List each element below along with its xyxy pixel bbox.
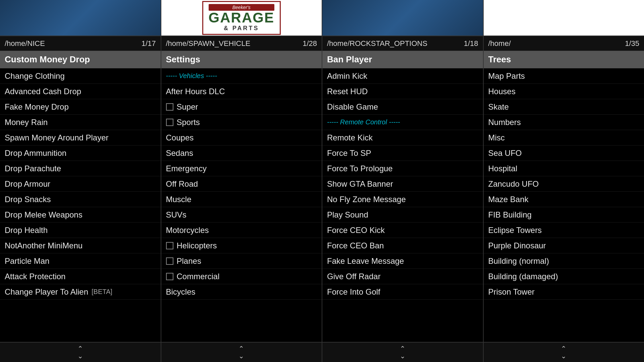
list-item[interactable]: Houses: [484, 84, 644, 99]
list-item[interactable]: No Fly Zone Message: [322, 192, 483, 207]
list-item[interactable]: ----- Remote Control -----: [322, 115, 483, 130]
list-item[interactable]: Drop Health: [0, 223, 161, 238]
list-item[interactable]: Drop Ammunition: [0, 145, 161, 161]
checkbox-icon[interactable]: [166, 103, 173, 111]
list-item[interactable]: Purple Dinosaur: [484, 238, 644, 253]
list-item[interactable]: Play Sound: [322, 207, 483, 223]
arrow-up-1[interactable]: ⌃: [77, 345, 83, 352]
menu-item-label: Houses: [488, 87, 516, 96]
list-item[interactable]: Numbers: [484, 115, 644, 130]
beta-badge: [BETA]: [92, 288, 112, 296]
list-item[interactable]: Muscle: [161, 192, 322, 207]
list-item[interactable]: Change Player To Alien[BETA]: [0, 284, 161, 300]
arrow-up-3[interactable]: ⌃: [400, 345, 406, 352]
list-item[interactable]: Show GTA Banner: [322, 176, 483, 192]
list-item[interactable]: Motorcycles: [161, 223, 322, 238]
nav-cell-1[interactable]: ⌃ ⌄: [0, 343, 161, 362]
list-item[interactable]: Advanced Cash Drop: [0, 84, 161, 99]
list-item[interactable]: Force CEO Kick: [322, 223, 483, 238]
list-item[interactable]: Fake Leave Message: [322, 253, 483, 269]
nav-cell-2[interactable]: ⌃ ⌄: [161, 343, 323, 362]
list-item[interactable]: Emergency: [161, 161, 322, 176]
list-item[interactable]: Helicopters: [161, 238, 322, 253]
nav-arrows-1[interactable]: ⌃ ⌄: [77, 345, 83, 359]
list-item[interactable]: Fake Money Drop: [0, 99, 161, 115]
list-item[interactable]: Misc: [484, 130, 644, 145]
nav-cell-3[interactable]: ⌃ ⌄: [322, 343, 484, 362]
list-item[interactable]: Reset HUD: [322, 84, 483, 99]
arrow-down-4[interactable]: ⌄: [561, 353, 567, 359]
list-item[interactable]: Hospital: [484, 161, 644, 176]
menu-item-label: Bicycles: [166, 287, 196, 297]
arrow-up-4[interactable]: ⌃: [561, 345, 567, 352]
list-item[interactable]: FIB Building: [484, 207, 644, 223]
checkbox-icon[interactable]: [166, 119, 173, 126]
list-item[interactable]: Attack Protection: [0, 269, 161, 284]
checkbox-icon[interactable]: [166, 273, 173, 280]
list-item[interactable]: Zancudo UFO: [484, 176, 644, 192]
list-item[interactable]: Building (normal): [484, 253, 644, 269]
menu-item-label: Maze Bank: [488, 195, 529, 204]
list-item[interactable]: Eclipse Towers: [484, 223, 644, 238]
list-item[interactable]: Spawn Money Around Player: [0, 130, 161, 145]
list-item[interactable]: Commercial: [161, 269, 322, 284]
list-item[interactable]: Drop Parachute: [0, 161, 161, 176]
list-item[interactable]: Building (damaged): [484, 269, 644, 284]
nav-cell-4[interactable]: ⌃ ⌄: [484, 343, 644, 362]
list-item[interactable]: Super: [161, 99, 322, 115]
list-item[interactable]: Skate: [484, 99, 644, 115]
arrow-down-3[interactable]: ⌄: [400, 353, 406, 359]
menu-items-4: Map PartsHousesSkateNumbersMiscSea UFOHo…: [484, 68, 644, 342]
menu-item-label: Coupes: [166, 133, 194, 142]
menu-item-label: Change Player To Alien: [5, 287, 88, 297]
list-item[interactable]: Drop Melee Weapons: [0, 207, 161, 223]
arrow-down-1[interactable]: ⌄: [77, 353, 83, 359]
list-item[interactable]: SUVs: [161, 207, 322, 223]
list-item[interactable]: Drop Armour: [0, 176, 161, 192]
list-item[interactable]: Disable Game: [322, 99, 483, 115]
path-text-4: /home/: [488, 39, 511, 48]
list-item[interactable]: Maze Bank: [484, 192, 644, 207]
list-item[interactable]: After Hours DLC: [161, 84, 322, 99]
path-bar-1: /home/NICE 1/17: [0, 36, 161, 51]
list-item[interactable]: Prison Tower: [484, 284, 644, 300]
list-item[interactable]: Admin Kick: [322, 68, 483, 84]
selected-row-2[interactable]: Settings: [161, 51, 322, 68]
list-item[interactable]: Sea UFO: [484, 145, 644, 161]
arrow-up-2[interactable]: ⌃: [238, 345, 244, 352]
checkbox-icon[interactable]: [166, 242, 173, 249]
list-item[interactable]: Force To SP: [322, 145, 483, 161]
list-item[interactable]: Force CEO Ban: [322, 238, 483, 253]
menu-item-label: FIB Building: [488, 210, 532, 220]
list-item[interactable]: ----- Vehicles -----: [161, 68, 322, 84]
list-item[interactable]: Planes: [161, 253, 322, 269]
menu-item-label: Reset HUD: [327, 87, 368, 96]
nav-arrows-4[interactable]: ⌃ ⌄: [561, 345, 567, 359]
list-item[interactable]: Change Clothing: [0, 68, 161, 84]
list-item[interactable]: Off Road: [161, 176, 322, 192]
list-item[interactable]: Map Parts: [484, 68, 644, 84]
list-item[interactable]: Force Into Golf: [322, 284, 483, 300]
list-item[interactable]: NotAnother MiniMenu: [0, 238, 161, 253]
beekers-garage-logo: Beeker's GARAGE & PARTS: [202, 1, 281, 35]
list-item[interactable]: Bicycles: [161, 284, 322, 300]
selected-row-4[interactable]: Trees: [484, 51, 644, 68]
checkbox-icon[interactable]: [166, 257, 173, 265]
list-item[interactable]: Money Rain: [0, 115, 161, 130]
path-bar-4: /home/ 1/35: [484, 36, 644, 51]
selected-row-1[interactable]: Custom Money Drop: [0, 51, 161, 68]
menu-item-label: Show GTA Banner: [327, 179, 393, 189]
menu-item-label: Force To SP: [327, 148, 371, 158]
list-item[interactable]: Particle Man: [0, 253, 161, 269]
list-item[interactable]: Sports: [161, 115, 322, 130]
list-item[interactable]: Force To Prologue: [322, 161, 483, 176]
nav-arrows-3[interactable]: ⌃ ⌄: [400, 345, 406, 359]
nav-arrows-2[interactable]: ⌃ ⌄: [238, 345, 244, 359]
list-item[interactable]: Coupes: [161, 130, 322, 145]
list-item[interactable]: Remote Kick: [322, 130, 483, 145]
selected-row-3[interactable]: Ban Player: [322, 51, 483, 68]
arrow-down-2[interactable]: ⌄: [238, 353, 244, 359]
list-item[interactable]: Give Off Radar: [322, 269, 483, 284]
list-item[interactable]: Drop Snacks: [0, 192, 161, 207]
list-item[interactable]: Sedans: [161, 145, 322, 161]
